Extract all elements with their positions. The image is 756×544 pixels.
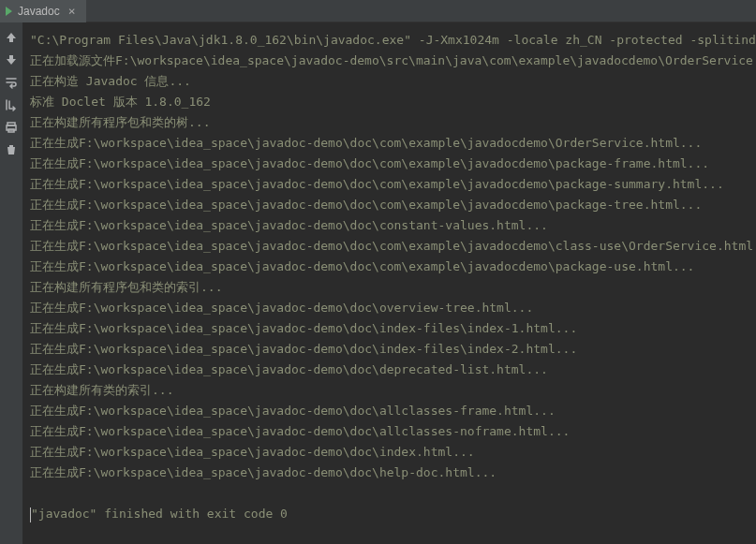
console-line: "javadoc" finished with exit code 0: [31, 507, 288, 521]
console-line: 正在生成F:\workspace\idea_space\javadoc-demo…: [30, 360, 756, 380]
console-line: "C:\Program Files\Java\jdk1.8.0_162\bin\…: [30, 30, 756, 51]
console-line: 正在生成F:\workspace\idea_space\javadoc-demo…: [30, 318, 756, 339]
main-area: "C:\Program Files\Java\jdk1.8.0_162\bin\…: [0, 22, 756, 544]
console-line: 正在生成F:\workspace\idea_space\javadoc-demo…: [30, 195, 756, 215]
tab-javadoc[interactable]: Javadoc ×: [0, 0, 86, 22]
arrow-up-icon[interactable]: [4, 30, 19, 45]
console-line: 正在生成F:\workspace\idea_space\javadoc-demo…: [30, 463, 756, 483]
trash-icon[interactable]: [4, 142, 19, 157]
console-output[interactable]: "C:\Program Files\Java\jdk1.8.0_162\bin\…: [22, 22, 756, 544]
console-line: 标准 Doclet 版本 1.8.0_162: [30, 92, 756, 112]
console-line: 正在生成F:\workspace\idea_space\javadoc-demo…: [30, 236, 756, 257]
console-line: 正在构建所有程序包和类的树...: [30, 112, 756, 133]
console-line: 正在生成F:\workspace\idea_space\javadoc-demo…: [30, 298, 756, 318]
console-line: 正在加载源文件F:\workspace\idea_space\javadoc-d…: [30, 51, 756, 71]
console-line: 正在生成F:\workspace\idea_space\javadoc-demo…: [30, 154, 756, 174]
arrow-down-icon[interactable]: [4, 52, 19, 67]
console-line: 正在构建所有类的索引...: [30, 380, 756, 401]
console-line: 正在生成F:\workspace\idea_space\javadoc-demo…: [30, 133, 756, 154]
run-icon: [6, 7, 12, 16]
scroll-to-end-icon[interactable]: [4, 97, 19, 112]
console-line: 正在生成F:\workspace\idea_space\javadoc-demo…: [30, 442, 756, 463]
console-line: 正在构建所有程序包和类的索引...: [30, 277, 756, 298]
gutter-toolbar: [0, 22, 22, 544]
tab-label: Javadoc: [18, 5, 60, 18]
console-line: 正在生成F:\workspace\idea_space\javadoc-demo…: [30, 257, 756, 277]
console-line: 正在生成F:\workspace\idea_space\javadoc-demo…: [30, 174, 756, 195]
console-line: 正在构造 Javadoc 信息...: [30, 71, 756, 92]
tab-bar: Javadoc ×: [0, 0, 756, 22]
console-line: 正在生成F:\workspace\idea_space\javadoc-demo…: [30, 401, 756, 421]
console-line: 正在生成F:\workspace\idea_space\javadoc-demo…: [30, 215, 756, 236]
print-icon[interactable]: [4, 120, 19, 135]
console-line: 正在生成F:\workspace\idea_space\javadoc-demo…: [30, 421, 756, 442]
close-icon[interactable]: ×: [66, 5, 79, 18]
console-line: 正在生成F:\workspace\idea_space\javadoc-demo…: [30, 339, 756, 360]
wrap-lines-icon[interactable]: [4, 75, 19, 90]
